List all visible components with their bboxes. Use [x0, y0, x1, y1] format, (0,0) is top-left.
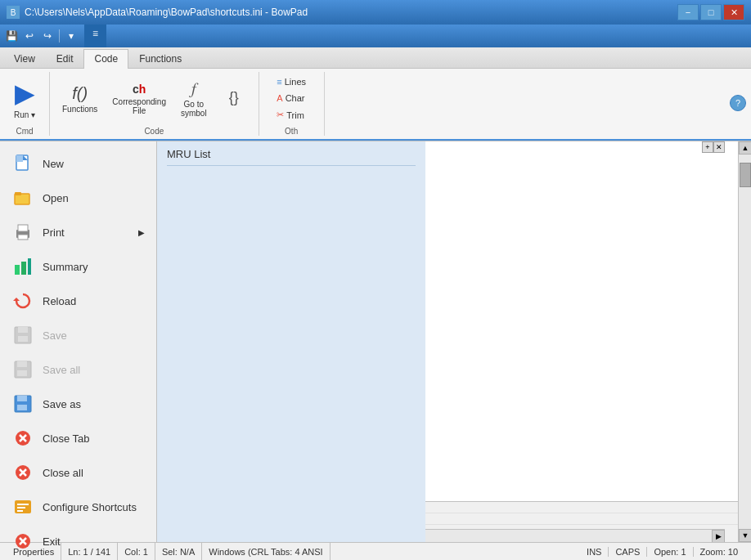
open-icon [11, 186, 34, 209]
app-icon: B [7, 6, 20, 19]
caps-label: CAPS [615, 547, 640, 557]
menu-item-open[interactable]: Open [0, 181, 156, 215]
svg-rect-6 [18, 235, 28, 240]
title-bar: B C:\Users\Nels\AppData\Roaming\BowPad\s… [0, 0, 751, 25]
expand-btn-plus[interactable]: + [702, 141, 713, 153]
tab-edit[interactable]: Edit [46, 49, 84, 68]
menu-item-print[interactable]: Print ▶ [0, 215, 156, 249]
save-icon [11, 324, 34, 347]
char-icon: A [277, 93, 282, 103]
corresponding-file-icon: ch [133, 83, 146, 96]
code-btn4[interactable]: {} [216, 74, 252, 123]
code-group-buttons: f() Functions ch CorrespondingFile 𝑓 Go … [56, 72, 252, 125]
svg-rect-9 [28, 258, 31, 275]
print-label: Print [43, 226, 65, 239]
minimize-button[interactable]: − [677, 4, 699, 20]
menu-item-saveall: Save all [0, 352, 156, 387]
summary-icon [11, 255, 34, 278]
goto-symbol-button[interactable]: 𝑓 Go tosymbol [175, 74, 213, 123]
svg-rect-7 [15, 265, 20, 275]
close-button[interactable]: ✕ [723, 4, 744, 20]
expand-btn-close[interactable]: ✕ [713, 141, 725, 153]
mru-panel: MRU List [157, 141, 425, 542]
tab-view[interactable]: View [3, 49, 46, 68]
corresponding-file-button[interactable]: ch CorrespondingFile [106, 74, 172, 123]
lines-label: Lines [285, 77, 306, 87]
configure-label: Configure Shortcuts [43, 501, 137, 513]
menu-item-summary[interactable]: Summary [0, 249, 156, 284]
svg-rect-1 [16, 155, 23, 162]
closeall-icon [11, 461, 34, 484]
svg-rect-15 [17, 361, 27, 367]
status-caps: CAPS [609, 547, 647, 557]
expand-buttons: + ✕ [702, 141, 725, 153]
v-scroll-up-button[interactable]: ▲ [739, 141, 751, 155]
char-button[interactable]: A Char [272, 91, 310, 105]
menu-item-saveas[interactable]: Save as [0, 387, 156, 421]
status-ins: INS [580, 547, 609, 557]
status-zoom: Zoom: 10 [694, 547, 744, 557]
v-scroll-thumb[interactable] [740, 163, 751, 187]
ribbon-content: ▶ Run ▾ Cmd f() Functions ch Correspondi… [0, 69, 751, 141]
closetab-label: Close Tab [43, 432, 90, 445]
file-tab-button[interactable]: ≡ [84, 25, 106, 47]
qa-dropdown-button[interactable]: ▾ [63, 28, 79, 44]
run-group-buttons: ▶ Run ▾ [7, 72, 43, 125]
status-encoding: Windows (CRL Tabs: 4 ANSI [202, 543, 330, 560]
svg-rect-18 [17, 396, 27, 401]
functions-button[interactable]: f() Functions [56, 74, 103, 123]
trim-icon: ✂ [277, 110, 284, 120]
status-right-group: INS CAPS Open: 1 Zoom: 10 [580, 547, 744, 557]
status-open: Open: 1 [647, 547, 693, 557]
char-label: Char [286, 93, 305, 103]
svg-rect-12 [18, 327, 28, 333]
saveall-label: Save all [43, 364, 80, 376]
qa-redo-button[interactable]: ↪ [39, 28, 56, 44]
quick-access-toolbar: 💾 ↩ ↪ ▾ ≡ [0, 25, 751, 47]
new-label: New [43, 158, 64, 170]
svg-rect-16 [17, 370, 27, 376]
zoom-label: Zoom: 10 [700, 547, 738, 557]
saveas-label: Save as [43, 398, 81, 410]
exit-label: Exit [43, 535, 61, 548]
maximize-button[interactable]: □ [700, 4, 722, 20]
menu-item-new[interactable]: New [0, 146, 156, 181]
h-scroll-right-button[interactable]: ▶ [712, 530, 725, 543]
ins-label: INS [587, 547, 601, 557]
qa-undo-button[interactable]: ↩ [21, 28, 38, 44]
v-scroll-track[interactable] [739, 155, 751, 529]
v-scroll-down-button[interactable]: ▼ [739, 529, 751, 542]
saveas-icon [11, 392, 34, 415]
closeall-label: Close all [43, 467, 83, 479]
other-group-label: Oth [285, 125, 298, 136]
window-controls: − □ ✕ [677, 4, 744, 20]
run-button[interactable]: ▶ Run ▾ [7, 74, 43, 123]
qa-save-button[interactable]: 💾 [3, 28, 20, 44]
goto-symbol-label: Go tosymbol [181, 100, 207, 118]
menu-item-closetab[interactable]: Close Tab [0, 421, 156, 455]
menu-item-configure[interactable]: Configure Shortcuts [0, 490, 156, 524]
help-button[interactable]: ? [730, 95, 746, 111]
configure-icon [11, 495, 34, 518]
lines-icon: ≡ [277, 77, 281, 87]
menu-item-closeall[interactable]: Close all [0, 455, 156, 490]
mru-title: MRU List [167, 148, 416, 166]
vertical-scrollbar[interactable]: ▲ ▼ [738, 141, 751, 542]
tab-code[interactable]: Code [83, 49, 128, 69]
tab-functions[interactable]: Functions [128, 49, 192, 68]
menu-panel: New Open Print ▶ Summary [0, 141, 157, 542]
main-area: New Open Print ▶ Summary [0, 141, 751, 542]
window-title: C:\Users\Nels\AppData\Roaming\BowPad\sho… [25, 7, 677, 18]
svg-rect-28 [17, 507, 25, 508]
corresponding-file-label: CorrespondingFile [112, 97, 166, 115]
run-label: Run ▾ [14, 110, 35, 119]
new-icon [11, 152, 34, 175]
menu-item-reload[interactable]: Reload [0, 284, 156, 318]
lines-button[interactable]: ≡ Lines [272, 74, 310, 89]
open-label: Open: 1 [654, 547, 686, 557]
svg-rect-19 [17, 405, 27, 410]
trim-button[interactable]: ✂ Trim [272, 107, 310, 123]
ribbon-tabs: View Edit Code Functions [0, 47, 751, 69]
menu-item-exit[interactable]: Exit [0, 524, 156, 558]
code-btn4-icon: {} [229, 89, 239, 106]
